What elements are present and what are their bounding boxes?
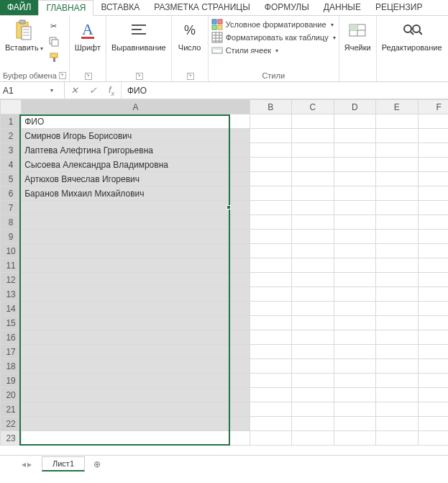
sheet-tab-active[interactable]: Лист1 [42,456,85,471]
cell[interactable] [418,374,448,388]
cell[interactable] [334,158,375,172]
font-button[interactable]: A Шрифт [73,17,103,53]
cell[interactable] [418,417,448,431]
name-box-input[interactable] [3,86,46,96]
cell[interactable] [418,114,448,129]
cell[interactable] [250,172,291,186]
sheet-nav-prev-icon[interactable]: ◂ [22,459,26,469]
number-button[interactable]: % Число [175,17,205,53]
row-header[interactable]: 7 [1,201,22,215]
cell[interactable]: Артюхов Вячеслав Игоревич [22,172,250,186]
dialog-launcher-icon[interactable] [85,73,92,80]
cell[interactable] [250,359,291,374]
row-header[interactable]: 11 [1,258,22,273]
cell[interactable] [334,402,375,417]
cell[interactable] [376,330,418,345]
cell[interactable] [250,417,291,431]
tab-insert[interactable]: ВСТАВКА [93,0,147,15]
cell[interactable] [292,258,334,273]
cell[interactable] [292,143,334,158]
row-header[interactable]: 23 [1,431,22,446]
column-header[interactable]: C [292,100,334,114]
cell[interactable] [334,345,375,359]
cell[interactable] [22,316,250,330]
cell[interactable] [376,201,418,215]
cell[interactable] [418,302,448,316]
cell[interactable] [292,402,334,417]
cell[interactable] [292,230,334,244]
cell[interactable]: Лаптева Алефтина Григорьевна [22,143,250,158]
cell[interactable] [22,302,250,316]
cell[interactable] [376,215,418,230]
cell[interactable] [292,215,334,230]
cell[interactable] [376,143,418,158]
cell[interactable] [250,215,291,230]
cell[interactable] [250,258,291,273]
cell[interactable] [250,345,291,359]
cell[interactable] [250,129,291,143]
cell[interactable] [22,374,250,388]
cell[interactable] [418,230,448,244]
row-header[interactable]: 1 [1,114,22,129]
cell[interactable] [418,388,448,402]
row-header[interactable]: 12 [1,273,22,287]
cell[interactable] [292,330,334,345]
cell[interactable] [250,244,291,258]
cell[interactable] [418,359,448,374]
cell[interactable] [334,273,375,287]
row-header[interactable]: 17 [1,345,22,359]
cell[interactable] [250,316,291,330]
cell[interactable] [334,129,375,143]
tab-review[interactable]: РЕЦЕНЗИР [368,0,429,15]
cell[interactable] [418,345,448,359]
cell[interactable] [418,244,448,258]
cell[interactable] [334,287,375,302]
row-header[interactable]: 21 [1,402,22,417]
cell[interactable] [250,158,291,172]
cell[interactable] [250,431,291,446]
name-box[interactable]: ▾ [0,82,65,99]
fx-button[interactable]: fx [102,84,121,97]
cell[interactable] [334,230,375,244]
cell[interactable] [334,359,375,374]
column-header[interactable]: E [376,100,418,114]
tab-formulas[interactable]: ФОРМУЛЫ [257,0,316,15]
cell[interactable]: ФИО [22,114,250,129]
cell[interactable]: Сысоева Александра Владимровна [22,158,250,172]
cell[interactable] [418,129,448,143]
cell[interactable] [418,158,448,172]
tab-data[interactable]: ДАННЫЕ [316,0,368,15]
cell[interactable] [292,431,334,446]
cell[interactable] [418,258,448,273]
cell[interactable] [22,431,250,446]
cell[interactable] [292,359,334,374]
conditional-formatting-button[interactable]: Условное форматирование▾ [211,19,336,30]
cell[interactable] [334,244,375,258]
cell[interactable] [22,258,250,273]
dialog-launcher-icon[interactable] [187,73,194,80]
cell[interactable] [376,186,418,201]
cell[interactable] [292,129,334,143]
cell[interactable] [376,273,418,287]
formula-input[interactable] [122,82,448,99]
cell[interactable] [334,114,375,129]
cell[interactable] [376,374,418,388]
column-header[interactable]: A [22,100,250,114]
row-header[interactable]: 6 [1,186,22,201]
cell[interactable] [376,172,418,186]
cell[interactable] [376,417,418,431]
row-header[interactable]: 3 [1,143,22,158]
cell[interactable] [250,230,291,244]
cell[interactable] [334,215,375,230]
cell[interactable] [292,287,334,302]
alignment-button[interactable]: Выравнивание [109,17,168,53]
cell[interactable] [376,230,418,244]
cell[interactable] [22,388,250,402]
cell[interactable] [250,143,291,158]
row-header[interactable]: 8 [1,215,22,230]
cell[interactable] [292,158,334,172]
row-header[interactable]: 15 [1,316,22,330]
add-sheet-button[interactable]: ⊕ [89,457,105,471]
enter-formula-button[interactable]: ✓ [83,85,102,96]
cell[interactable] [376,402,418,417]
